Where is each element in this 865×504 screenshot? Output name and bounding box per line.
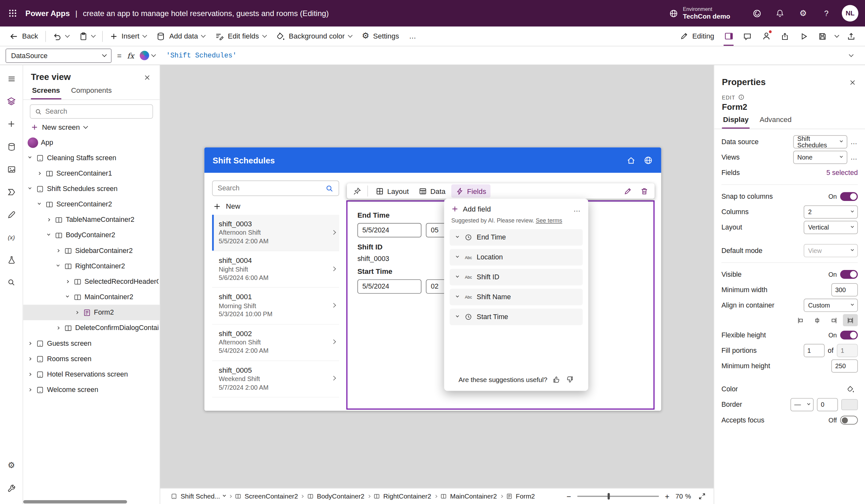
properties-pane-toggle[interactable] xyxy=(719,27,738,45)
add-data-button[interactable]: Add data xyxy=(152,28,210,44)
more-options-button[interactable]: … xyxy=(850,138,857,146)
environment-picker[interactable]: Environment TechCon demo xyxy=(669,6,730,20)
layout-tab[interactable]: Layout xyxy=(371,184,413,197)
fill-portions-input[interactable] xyxy=(803,344,824,357)
zoom-in-button[interactable]: + xyxy=(664,492,671,501)
avatar[interactable]: NL xyxy=(842,5,858,22)
fit-to-window-button[interactable] xyxy=(698,492,706,500)
more-options-button[interactable]: … xyxy=(850,153,857,161)
data-tab[interactable]: Data xyxy=(414,184,450,197)
snap-to-columns-toggle[interactable] xyxy=(840,192,858,201)
field-suggestion[interactable]: Abc Shift ID xyxy=(450,269,583,285)
comments-button[interactable] xyxy=(738,27,757,45)
preview-play-button[interactable] xyxy=(794,27,813,45)
edit-fields-button[interactable]: Edit fields xyxy=(210,28,271,44)
undo-button[interactable] xyxy=(48,28,74,44)
views-dropdown[interactable]: None xyxy=(793,151,847,164)
tree-search-box[interactable] xyxy=(30,104,153,119)
minimum-height-input[interactable] xyxy=(831,360,858,373)
tree-item[interactable]: BodyContainer2 xyxy=(23,227,160,243)
tree-item[interactable]: RightContainer2 xyxy=(23,258,160,274)
tree-item[interactable]: ScreenContainer1 xyxy=(23,166,160,181)
tree-search-input[interactable] xyxy=(45,107,148,115)
home-icon[interactable] xyxy=(626,155,636,165)
share-button[interactable] xyxy=(775,27,794,45)
rail-power-automate-button[interactable] xyxy=(0,180,23,203)
see-terms-link[interactable]: See terms xyxy=(536,217,562,224)
formula-input[interactable]: 'Shift Schedules' xyxy=(166,52,237,59)
delete-control-button[interactable] xyxy=(636,184,652,197)
breadcrumb[interactable]: BodyContainer2 xyxy=(304,492,367,500)
horizontal-scrollbar[interactable] xyxy=(23,500,127,503)
copilot-chat-button[interactable] xyxy=(757,27,775,45)
flexible-height-toggle[interactable] xyxy=(840,331,858,340)
rail-settings-button[interactable]: ⚙ xyxy=(0,454,23,477)
tab-screens[interactable]: Screens xyxy=(31,83,61,99)
globe-icon[interactable] xyxy=(643,155,653,165)
field-suggestion[interactable]: Abc Location xyxy=(450,249,583,266)
copilot-button[interactable] xyxy=(746,0,768,27)
accepts-focus-toggle[interactable] xyxy=(840,416,858,425)
align-in-container-dropdown[interactable]: Custom xyxy=(804,298,858,312)
tree-item[interactable]: Guests screen xyxy=(23,336,160,351)
formula-copilot-button[interactable] xyxy=(140,51,155,60)
border-width-input[interactable] xyxy=(817,398,838,411)
tree-item[interactable]: Shift Schedules screen xyxy=(23,181,160,197)
tree-item-selected[interactable]: Form2 xyxy=(23,305,160,320)
rail-media-button[interactable] xyxy=(0,158,23,181)
tab-advanced[interactable]: Advanced xyxy=(759,113,793,129)
flyout-more-button[interactable]: … xyxy=(573,205,581,213)
align-center-button[interactable] xyxy=(810,314,824,326)
publish-button[interactable] xyxy=(842,27,861,45)
data-source-dropdown[interactable]: Shift Schedules xyxy=(793,135,847,148)
paste-button[interactable] xyxy=(74,28,100,44)
tab-display[interactable]: Display xyxy=(722,113,750,129)
app-header-bar[interactable]: Shift Schedules xyxy=(204,147,661,173)
rail-tree-view-button[interactable] xyxy=(0,90,23,113)
help-button[interactable]: ? xyxy=(815,0,838,27)
list-item[interactable]: shift_0004 Night Shift 5/6/2024 6:00 AM xyxy=(212,251,339,288)
field-suggestion[interactable]: Start Time xyxy=(450,308,583,325)
rail-insert-button[interactable] xyxy=(0,113,23,136)
insert-button[interactable]: Insert xyxy=(105,28,152,44)
tree-item[interactable]: TableNameContainer2 xyxy=(23,212,160,227)
list-item[interactable]: shift_0005 Weekend Shift 5/7/2024 2:00 A… xyxy=(212,361,339,397)
minimum-width-input[interactable] xyxy=(831,283,858,296)
zoom-out-button[interactable]: − xyxy=(565,492,572,501)
thumbs-down-button[interactable] xyxy=(566,375,574,384)
tree-item[interactable]: Hotel Reservations screen xyxy=(23,367,160,382)
fields-selected-link[interactable]: 5 selected xyxy=(827,169,858,177)
save-options-chevron[interactable] xyxy=(832,27,842,45)
list-item[interactable]: shift_0003 Afternoon Shift 5/5/2024 2:00… xyxy=(212,215,339,251)
settings-command[interactable]: ⚙ Settings xyxy=(357,28,404,44)
default-mode-dropdown[interactable]: View xyxy=(804,244,858,257)
fill-portions-total-input[interactable] xyxy=(837,344,857,357)
gallery-search-box[interactable] xyxy=(212,180,339,196)
tree-item[interactable]: ScreenContainer2 xyxy=(23,197,160,212)
edit-control-button[interactable] xyxy=(620,184,635,197)
date-input[interactable]: 5/5/2024 xyxy=(358,223,422,237)
new-record-button[interactable]: New xyxy=(212,196,339,214)
gallery-search-input[interactable] xyxy=(218,184,322,192)
color-picker-button[interactable] xyxy=(843,383,858,395)
formula-bar-expand-button[interactable] xyxy=(843,55,860,56)
new-screen-button[interactable]: New screen xyxy=(23,122,160,135)
breadcrumb[interactable]: MainContainer2 xyxy=(438,492,500,500)
info-icon[interactable] xyxy=(738,94,745,101)
background-color-button[interactable]: Background color xyxy=(271,28,357,44)
pin-button[interactable] xyxy=(350,184,364,197)
waffle-menu-button[interactable] xyxy=(0,0,25,27)
close-panel-button[interactable] xyxy=(142,72,152,82)
zoom-level[interactable]: 70 % xyxy=(676,492,691,500)
property-selector[interactable]: DataSource xyxy=(5,48,112,62)
tree-item[interactable]: Cleaning Staffs screen xyxy=(23,150,160,166)
thumbs-up-button[interactable] xyxy=(552,375,561,384)
tree-item[interactable]: SelectedRecordHeaderContai xyxy=(23,274,160,289)
tree-item[interactable]: Welcome screen xyxy=(23,382,160,397)
border-color-swatch[interactable] xyxy=(841,399,858,410)
zoom-slider[interactable] xyxy=(577,496,659,496)
zoom-slider-thumb[interactable] xyxy=(608,493,610,500)
back-button[interactable]: Back xyxy=(4,28,43,44)
rail-tools-button[interactable] xyxy=(0,203,23,226)
breadcrumb[interactable]: ScreenContainer2 xyxy=(232,492,301,500)
